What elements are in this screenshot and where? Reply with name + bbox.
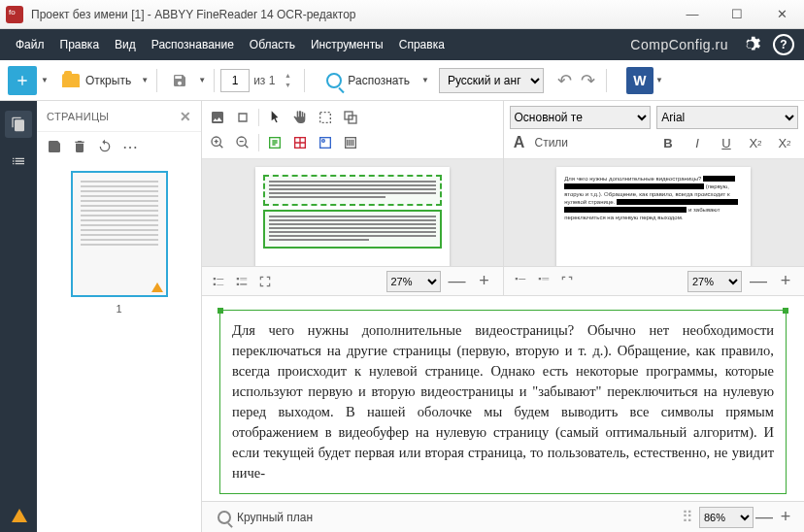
minimize-button[interactable]: — (670, 0, 715, 29)
panel-save-icon[interactable] (47, 139, 62, 154)
open-dropdown[interactable]: ▼ (139, 76, 151, 84)
copy-area-icon[interactable] (341, 108, 360, 127)
zoom-right-select[interactable]: 27% (687, 271, 742, 292)
language-select[interactable]: Русский и анг (439, 68, 544, 93)
redo-button[interactable]: ↷ (577, 69, 600, 92)
zoom-left-select[interactable]: 27% (386, 271, 441, 292)
svg-rect-7 (320, 138, 331, 149)
font-family-select[interactable]: Arial (656, 106, 798, 129)
page-down-button[interactable]: ▼ (281, 81, 294, 90)
outline-expand-r-icon[interactable] (535, 273, 553, 290)
image-edit-icon[interactable] (208, 108, 227, 127)
magnify-minus-icon[interactable] (233, 133, 252, 152)
page-count-label: из 1 (253, 74, 275, 87)
svg-point-8 (322, 140, 325, 143)
status-warning-icon (12, 509, 27, 522)
menu-edit[interactable]: Правка (54, 35, 106, 54)
page-up-button[interactable]: ▲ (281, 71, 294, 81)
recognize-button[interactable]: Распознать (317, 66, 419, 95)
outline-collapse-r-icon[interactable] (512, 273, 529, 290)
zoom-left-plus[interactable]: + (474, 271, 495, 292)
maximize-button[interactable]: ☐ (715, 0, 759, 29)
warning-icon (151, 283, 163, 292)
menu-view[interactable]: Вид (109, 35, 142, 54)
panel-more-icon[interactable]: ⋯ (122, 139, 138, 154)
hand-icon[interactable] (290, 108, 310, 127)
italic-button[interactable]: I (687, 133, 707, 152)
settings-icon[interactable] (740, 34, 761, 55)
magnifier-icon (218, 511, 231, 524)
select-area-icon[interactable] (316, 108, 335, 127)
footer-grid-icon[interactable]: ⠿ (682, 508, 699, 526)
block-type-select[interactable]: Основной те (510, 106, 652, 129)
thumbnail-label: 1 (116, 303, 121, 315)
open-button[interactable]: Открыть (54, 66, 139, 95)
recognized-text-block[interactable]: Для чего нужны дополнительные видеостран… (219, 310, 787, 494)
styles-label[interactable]: Стили (535, 136, 569, 150)
footer-zoom-select[interactable]: 86% (699, 507, 754, 528)
subscript-button[interactable]: X2 (775, 133, 794, 152)
superscript-button[interactable]: X2 (746, 133, 765, 152)
recognize-dropdown[interactable]: ▼ (419, 76, 431, 84)
menu-help[interactable]: Справка (393, 35, 451, 54)
new-task-dropdown[interactable]: ▼ (39, 76, 50, 84)
cursor-icon[interactable] (265, 108, 285, 127)
fit-window-icon[interactable] (256, 273, 274, 290)
pages-panel-title: СТРАНИЦЫ (47, 111, 109, 122)
menu-file[interactable]: Файл (10, 35, 50, 54)
underline-button[interactable]: U (717, 133, 736, 152)
font-a-icon[interactable]: A (510, 133, 529, 152)
image-block-icon[interactable] (316, 133, 335, 152)
export-dropdown[interactable]: ▼ (653, 76, 665, 84)
help-icon[interactable]: ? (773, 34, 794, 55)
svg-rect-0 (320, 113, 331, 123)
window-title: Проект без имени [1] - ABBYY FineReader … (31, 8, 356, 21)
zoom-right-minus[interactable]: — (748, 271, 769, 292)
magnify-plus-icon[interactable] (208, 133, 227, 152)
text-preview[interactable]: Для чего нужны дополнительные видеостран… (556, 167, 751, 266)
panel-delete-icon[interactable] (72, 139, 87, 154)
image-preview[interactable] (255, 167, 450, 266)
brand-label: CompConfig.ru (630, 37, 728, 52)
page-thumbnail[interactable] (71, 171, 168, 297)
new-task-button[interactable] (8, 66, 37, 95)
outline-expand-icon[interactable] (233, 273, 251, 290)
barcode-block-icon[interactable] (341, 133, 360, 152)
footer-zoom-minus[interactable]: — (754, 507, 775, 528)
text-block-icon[interactable] (265, 133, 285, 152)
zoom-left-minus[interactable]: — (447, 271, 468, 292)
menu-tools[interactable]: Инструменты (305, 35, 389, 54)
rail-properties-button[interactable] (5, 148, 32, 175)
save-dropdown[interactable]: ▼ (196, 76, 208, 84)
close-button[interactable]: ✕ (759, 0, 804, 29)
outline-collapse-icon[interactable] (210, 273, 227, 290)
fit-window-r-icon[interactable] (558, 273, 576, 290)
recognize-icon (326, 73, 342, 88)
pages-panel-close[interactable]: ✕ (180, 109, 191, 124)
closeup-button[interactable]: Крупный план (210, 506, 320, 529)
bold-button[interactable]: B (658, 133, 678, 152)
zoom-right-plus[interactable]: + (775, 271, 796, 292)
save-button[interactable] (165, 66, 194, 95)
menu-recognition[interactable]: Распознавание (146, 35, 240, 54)
rail-pages-button[interactable] (5, 111, 32, 138)
app-icon (6, 6, 23, 23)
panel-refresh-icon[interactable] (97, 139, 113, 154)
undo-button[interactable]: ↶ (553, 69, 577, 92)
recognized-text[interactable]: Для чего нужны дополнительные видеостран… (232, 320, 774, 483)
export-word-button[interactable]: W (626, 67, 653, 94)
page-number-input[interactable] (220, 69, 250, 92)
folder-icon (62, 74, 80, 87)
menu-area[interactable]: Область (244, 35, 301, 54)
table-block-icon[interactable] (290, 133, 310, 152)
footer-zoom-plus[interactable]: + (775, 507, 796, 528)
crop-icon[interactable] (233, 108, 252, 127)
